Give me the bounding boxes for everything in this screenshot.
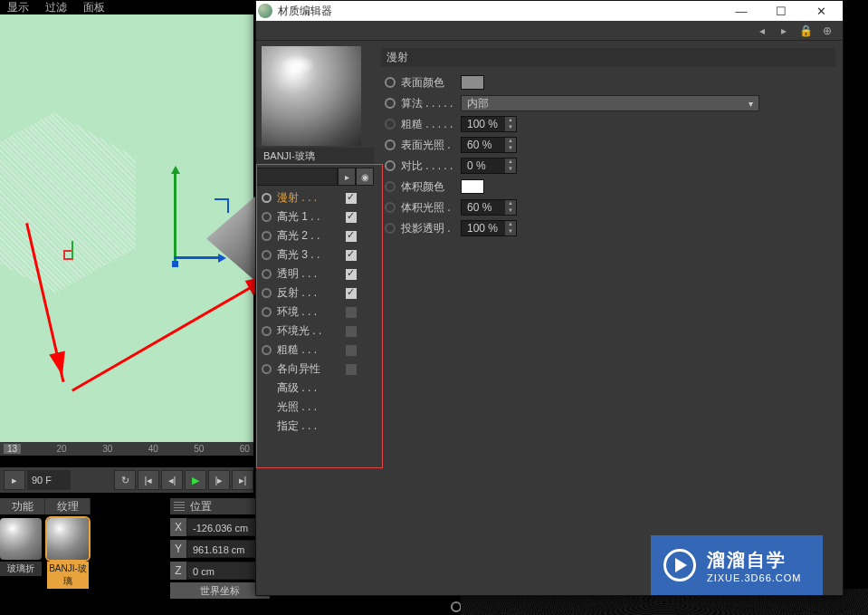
nav-back-icon[interactable]: ◂ — [752, 23, 772, 39]
channel-checkbox[interactable] — [346, 231, 357, 242]
channel-checkbox[interactable] — [346, 307, 357, 318]
radio-icon[interactable] — [262, 421, 272, 431]
timeline-mark: 20 — [57, 444, 67, 454]
close-button[interactable]: ✕ — [801, 2, 841, 20]
prev-frame-button[interactable]: ◂| — [161, 470, 183, 490]
radio-icon[interactable] — [385, 223, 396, 234]
frame-field[interactable]: 90 F — [27, 470, 71, 490]
lock-icon[interactable]: 🔒 — [796, 23, 816, 39]
nav-forward-icon[interactable]: ▸ — [774, 23, 794, 39]
color-swatch[interactable] — [461, 75, 484, 90]
layer-field[interactable] — [256, 168, 338, 186]
prev-key-button[interactable]: |◂ — [138, 470, 159, 490]
timeline-current[interactable]: 13 — [4, 444, 21, 454]
radio-icon[interactable] — [385, 98, 396, 109]
channel-row[interactable]: 环境 . . . — [256, 303, 374, 322]
viewport[interactable] — [0, 14, 253, 442]
channel-row[interactable]: 高光 2 . . — [256, 226, 374, 245]
radio-icon[interactable] — [262, 250, 272, 260]
channel-row[interactable]: 反射 . . . — [256, 283, 374, 303]
menu-item[interactable]: 显示 — [7, 0, 29, 11]
move-gizmo-y-icon[interactable] — [174, 168, 176, 264]
spinner-icon[interactable]: ▲▼ — [505, 117, 516, 131]
radio-icon[interactable] — [262, 212, 272, 222]
layer-expand-icon[interactable]: ▸ — [338, 168, 356, 186]
number-field[interactable]: 60 %▲▼ — [461, 137, 517, 153]
number-field[interactable]: 100 %▲▼ — [461, 116, 517, 132]
channel-checkbox[interactable] — [346, 288, 357, 299]
radio-icon[interactable] — [262, 288, 272, 298]
layer-select-icon[interactable]: ◉ — [356, 168, 374, 186]
number-field[interactable]: 60 %▲▼ — [461, 199, 517, 216]
radio-icon[interactable] — [262, 193, 272, 203]
goto-start-button[interactable]: ▸ — [4, 470, 25, 490]
channel-row[interactable]: 指定 . . . — [256, 417, 374, 436]
menu-item[interactable]: 面板 — [83, 0, 105, 11]
number-field[interactable]: 0 %▲▼ — [461, 158, 517, 174]
channel-checkbox[interactable] — [346, 364, 357, 375]
radio-icon[interactable] — [262, 345, 272, 355]
channel-checkbox[interactable] — [346, 326, 357, 337]
radio-icon[interactable] — [262, 307, 272, 317]
spinner-icon[interactable]: ▲▼ — [505, 200, 516, 215]
channel-row[interactable]: 高级 . . . — [256, 379, 374, 398]
goto-first-button[interactable]: ↻ — [114, 470, 136, 490]
gizmo-origin-icon — [172, 261, 178, 267]
axis-label: X — [170, 518, 186, 536]
channel-row[interactable]: 光照 . . . — [256, 398, 374, 417]
radio-icon[interactable] — [385, 139, 396, 150]
play-button[interactable]: ▶ — [185, 470, 206, 490]
channel-row[interactable]: 高光 1 . . — [256, 207, 374, 226]
channel-row[interactable]: 粗糙 . . . — [256, 341, 374, 360]
tab-textures[interactable]: 纹理 — [45, 498, 91, 514]
axis-label: Y — [170, 540, 186, 558]
channel-checkbox[interactable] — [346, 212, 357, 223]
spinner-icon[interactable]: ▲▼ — [505, 159, 516, 173]
coords-title: 位置 — [190, 499, 212, 514]
channel-row[interactable]: 各向异性 — [256, 360, 374, 379]
hexagon-object[interactable] — [0, 112, 154, 293]
menu-item[interactable]: 过滤 — [45, 0, 67, 11]
channel-checkbox[interactable] — [346, 193, 357, 204]
radio-icon[interactable] — [262, 326, 272, 336]
radio-icon[interactable] — [385, 160, 396, 171]
radio-icon[interactable] — [385, 181, 396, 192]
maximize-button[interactable]: ☐ — [761, 2, 801, 20]
next-frame-button[interactable]: |▸ — [208, 470, 230, 490]
minimize-button[interactable]: — — [721, 2, 761, 20]
channel-checkbox[interactable] — [346, 345, 357, 356]
channel-row[interactable]: 漫射 . . . — [256, 188, 374, 207]
app-menu[interactable]: 显示 过滤 面板 — [0, 0, 105, 11]
next-key-button[interactable]: ▸| — [232, 470, 253, 490]
channel-row[interactable]: 环境光 . . — [256, 322, 374, 341]
material-thumb[interactable]: BANJI-玻璃 — [47, 518, 89, 589]
new-icon[interactable]: ⊕ — [817, 23, 837, 39]
channel-row[interactable]: 高光 3 . . — [256, 245, 374, 264]
color-swatch[interactable] — [461, 179, 484, 194]
spinner-icon[interactable]: ▲▼ — [505, 221, 516, 235]
radio-icon[interactable] — [385, 202, 396, 213]
radio-icon[interactable] — [385, 77, 396, 88]
material-name-label[interactable]: BANJI-玻璃 — [256, 148, 374, 165]
dropdown[interactable]: 内部 — [461, 95, 759, 111]
channel-checkbox[interactable] — [346, 269, 357, 280]
section-title: 漫射 — [381, 48, 835, 67]
radio-icon[interactable] — [262, 364, 272, 374]
radio-icon[interactable] — [385, 119, 396, 130]
move-gizmo-z-icon[interactable] — [174, 256, 224, 259]
dialog-titlebar[interactable]: 材质编辑器 — ☐ ✕ — [256, 1, 843, 21]
radio-icon[interactable] — [262, 231, 272, 241]
material-thumb[interactable]: 玻璃折 — [0, 518, 42, 589]
spinner-icon[interactable]: ▲▼ — [505, 138, 516, 152]
radio-icon[interactable] — [262, 402, 272, 412]
radio-icon[interactable] — [262, 383, 272, 393]
grip-icon — [174, 502, 185, 511]
radio-icon[interactable] — [262, 269, 272, 279]
channel-checkbox[interactable] — [346, 250, 357, 261]
move-plane-icon[interactable] — [215, 198, 229, 213]
channel-row[interactable]: 透明 . . . — [256, 264, 374, 283]
timeline[interactable]: 13 20 30 40 50 60 — [0, 442, 253, 456]
tab-functions[interactable]: 功能 — [0, 498, 45, 514]
number-field[interactable]: 100 %▲▼ — [461, 220, 517, 236]
material-preview[interactable] — [262, 46, 361, 146]
